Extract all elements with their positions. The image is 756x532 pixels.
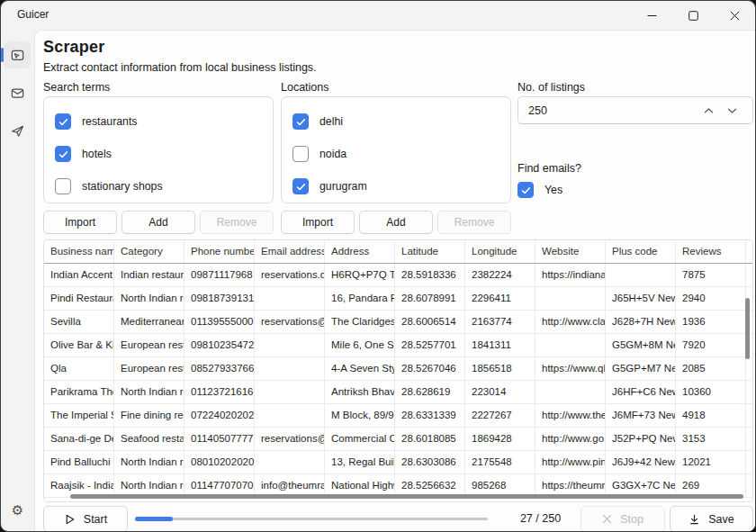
- add-button[interactable]: Add: [359, 211, 433, 234]
- checkbox[interactable]: [55, 113, 71, 130]
- window-title: Guicer: [17, 1, 49, 28]
- table-cell: 09818739131: [184, 287, 255, 310]
- sidebar-item-send[interactable]: [1, 117, 34, 144]
- locations-item[interactable]: noida: [282, 138, 510, 170]
- column-header[interactable]: Email address: [255, 240, 325, 263]
- minimize-button[interactable]: [631, 1, 672, 30]
- table-cell: J52P+PQ New: [606, 428, 676, 450]
- options-group: No. of listings 250 Find emails? Yes: [518, 81, 753, 124]
- table-row[interactable]: QlaEuropean resta085279337664-A Seven St…: [44, 357, 752, 381]
- title-bar[interactable]: Guicer: [1, 1, 755, 30]
- table-row[interactable]: Sana-di-ge DelSeafood restau01140507777r…: [44, 428, 752, 451]
- table-cell: Indian Accent: [44, 264, 114, 286]
- remove-button[interactable]: Remove: [200, 211, 274, 234]
- table-row[interactable]: Pindi RestaurarNorth Indian re0981873913…: [44, 287, 752, 311]
- table-row[interactable]: Parikrama TheNorth Indian re01123721616A…: [44, 381, 752, 404]
- import-button[interactable]: Import: [281, 211, 355, 234]
- sidebar-item-mail[interactable]: [1, 79, 34, 106]
- column-header[interactable]: Plus code: [606, 240, 676, 263]
- start-label: Start: [84, 513, 107, 526]
- column-header[interactable]: Reviews: [676, 240, 746, 263]
- search-terms-buttons: Import Add Remove: [43, 211, 274, 234]
- table-row[interactable]: The Imperial SpFine dining res0722402020…: [44, 404, 752, 428]
- add-button[interactable]: Add: [122, 211, 195, 234]
- table-cell: J6MF+73 New: [606, 404, 676, 427]
- table-cell: 2382224: [465, 264, 536, 286]
- table-cell: 28.5257701: [395, 334, 465, 356]
- listings-spinner[interactable]: 250: [518, 96, 753, 124]
- search_terms-item[interactable]: restaurants: [44, 105, 273, 138]
- table-cell: J6HF+C6 New: [606, 381, 676, 403]
- table-cell: North Indian re: [114, 451, 184, 473]
- locations-group: Locations delhinoidagurugram Import Add …: [281, 81, 511, 234]
- table-row[interactable]: Olive Bar & KitEuropean resta09810235472…: [44, 334, 752, 357]
- locations-item[interactable]: delhi: [282, 105, 510, 138]
- checkbox[interactable]: [55, 178, 71, 194]
- sidebar-item-scraper[interactable]: [1, 41, 34, 68]
- search_terms-item[interactable]: stationary shops: [44, 170, 273, 203]
- column-header[interactable]: Business name: [44, 240, 114, 263]
- table-cell: [255, 287, 325, 310]
- table-cell: 08527933766: [184, 357, 255, 380]
- table-cell: [255, 451, 325, 473]
- table-cell: Sana-di-ge Del: [44, 428, 114, 450]
- table-cell: [606, 264, 676, 286]
- table-cell: 7920: [676, 334, 746, 356]
- locations-buttons: Import Add Remove: [281, 211, 511, 234]
- checkbox[interactable]: [292, 113, 309, 130]
- stop-label: Stop: [620, 513, 644, 526]
- table-cell: https://www.ql: [536, 357, 606, 380]
- app-window: Guicer: [0, 0, 756, 532]
- table-cell: 12021: [676, 451, 746, 473]
- save-button[interactable]: Save: [670, 506, 753, 532]
- increment-button[interactable]: [697, 100, 720, 122]
- locations-item[interactable]: gurugram: [282, 170, 510, 203]
- find-emails-checkbox[interactable]: [518, 182, 534, 198]
- remove-button[interactable]: Remove: [437, 211, 511, 234]
- mail-icon: [10, 86, 25, 101]
- maximize-icon: [688, 11, 698, 21]
- table-cell: 2163774: [465, 311, 536, 333]
- column-header[interactable]: Address: [325, 240, 395, 263]
- table-row[interactable]: Pind Balluchi RNorth Indian re0801020202…: [44, 451, 752, 474]
- table-cell: H6RQ+P7Q Th: [325, 264, 395, 286]
- table-cell: 4-A Seven Style: [325, 357, 395, 380]
- table-cell: 28.5267046: [395, 357, 465, 380]
- decrement-button[interactable]: [720, 100, 743, 122]
- chevron-down-icon: [727, 107, 737, 114]
- table-cell: 01139555000: [184, 311, 255, 333]
- table-cell: North Indian re: [114, 287, 184, 310]
- column-header[interactable]: Website: [536, 240, 606, 263]
- checkbox[interactable]: [292, 178, 309, 194]
- maximize-button[interactable]: [672, 1, 714, 30]
- stop-button[interactable]: Stop: [580, 506, 665, 532]
- import-button[interactable]: Import: [43, 211, 117, 234]
- checkbox-label: delhi: [320, 115, 343, 128]
- search-terms-group: Search terms restaurantshotelsstationary…: [43, 81, 274, 234]
- checkbox[interactable]: [292, 146, 309, 162]
- table-cell: 1869428: [465, 428, 536, 450]
- page-subtitle: Extract contact information from local b…: [43, 61, 317, 74]
- find-emails-row[interactable]: Yes: [518, 182, 562, 198]
- table-row[interactable]: Indian AccentIndian restaura09871117968r…: [44, 264, 752, 287]
- close-button[interactable]: [714, 1, 755, 30]
- search_terms-item[interactable]: hotels: [44, 138, 273, 170]
- find-emails-option: Yes: [544, 184, 562, 196]
- table-cell: 2940: [676, 287, 746, 310]
- start-button[interactable]: Start: [43, 506, 128, 532]
- horizontal-scrollbar[interactable]: [70, 494, 743, 499]
- check-icon: [295, 181, 307, 193]
- column-header[interactable]: Latitude: [395, 240, 465, 263]
- table-cell: 3153: [676, 428, 746, 450]
- column-header[interactable]: Phone number: [184, 240, 255, 263]
- table-cell: North Indian re: [114, 381, 184, 403]
- column-header[interactable]: Longitude: [465, 240, 536, 263]
- table-cell: 01123721616: [184, 381, 255, 403]
- checkbox[interactable]: [55, 146, 71, 162]
- table-row[interactable]: SevillaMediterranean01139555000reservati…: [44, 311, 752, 334]
- table-cell: 09871117968: [184, 264, 255, 286]
- vertical-scrollbar[interactable]: [745, 298, 750, 359]
- column-header[interactable]: Category: [114, 240, 184, 263]
- table-cell: https://indiana: [536, 264, 606, 286]
- settings-button[interactable]: ⚙: [1, 497, 34, 524]
